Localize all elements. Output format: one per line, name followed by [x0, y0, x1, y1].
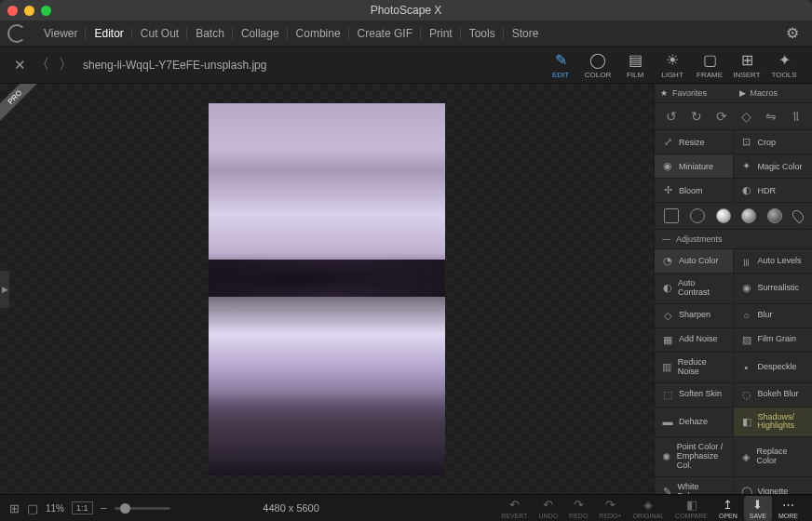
sb-open[interactable]: ↥OPEN: [714, 498, 742, 519]
menu-viewer[interactable]: Viewer: [35, 20, 86, 47]
zoom-percent[interactable]: 11%: [46, 503, 64, 514]
mode-tab-frame[interactable]: ▢FRAME: [691, 47, 728, 83]
sharpen-icon: ◇: [661, 310, 674, 322]
original-icon: ◈: [643, 498, 653, 512]
prev-file-icon[interactable]: 〈: [31, 56, 54, 73]
mode-tab-film[interactable]: ▤FILM: [616, 47, 654, 83]
magic-color-icon: ✦: [740, 160, 753, 172]
menu-collage[interactable]: Collage: [233, 20, 288, 47]
preset-square[interactable]: [664, 208, 679, 223]
tool-resize[interactable]: ⤢Resize: [655, 130, 734, 154]
menu-print[interactable]: Print: [421, 20, 461, 47]
preset-circle-1[interactable]: [690, 208, 705, 223]
adj-surrealistic[interactable]: ◉Surrealistic: [734, 274, 813, 304]
flip-v-icon[interactable]: ⥮: [791, 109, 802, 124]
rotate-angle-icon[interactable]: ⟳: [716, 109, 727, 124]
adj-add-noise[interactable]: ▦Add Noise: [655, 328, 734, 353]
menu-create-gif[interactable]: Create GIF: [349, 20, 421, 47]
mode-tab-light[interactable]: ☀LIGHT: [654, 47, 691, 83]
adj-dehaze[interactable]: ▬Dehaze: [655, 407, 734, 438]
app-title: PhotoScape X: [0, 4, 812, 17]
favorites-tab[interactable]: ★Favorites: [655, 84, 734, 102]
mode-tab-edit[interactable]: ✎EDIT: [542, 47, 579, 83]
tool-magic-color[interactable]: ✦Magic Color: [734, 154, 813, 179]
adj-film-grain[interactable]: ▨Film Grain: [734, 328, 813, 353]
sb-redo[interactable]: ↷REDO: [564, 498, 592, 519]
adj-bokeh-blur[interactable]: ◌Bokeh Blur: [734, 383, 813, 407]
white-balance-icon: ✎: [661, 486, 673, 494]
adj-auto-contrast[interactable]: ◐Auto Contrast: [655, 274, 734, 304]
preset-drop[interactable]: [791, 208, 806, 224]
menu-editor[interactable]: Editor: [86, 20, 131, 47]
rotate-left-icon[interactable]: ↺: [666, 109, 677, 124]
adj-reduce-noise[interactable]: ▥Reduce Noise: [655, 353, 734, 383]
adj-replace-color[interactable]: ◈Replace Color: [734, 437, 813, 477]
film-grain-icon: ▨: [740, 334, 753, 346]
edited-image[interactable]: [209, 103, 445, 475]
menu-cut-out[interactable]: Cut Out: [132, 20, 187, 47]
revert-icon: ↶: [509, 498, 520, 512]
tool-miniature[interactable]: ◉Miniature: [655, 154, 734, 179]
tool-crop[interactable]: ⊡Crop: [734, 130, 813, 154]
panel-expand-handle[interactable]: ▶: [0, 271, 9, 308]
zoom-out-icon[interactable]: −: [101, 501, 108, 515]
minimize-window[interactable]: [24, 6, 34, 16]
window-controls: [7, 6, 51, 16]
adj-auto-color[interactable]: ◔Auto Color: [655, 249, 734, 274]
maximize-window[interactable]: [41, 6, 51, 16]
fit-icon[interactable]: ▢: [27, 501, 38, 515]
mode-tab-tools[interactable]: ✦TOOLS: [765, 47, 803, 83]
preset-circle-4[interactable]: [767, 208, 782, 223]
adj-blur[interactable]: ○Blur: [734, 304, 813, 328]
shadows-highlights-icon: ◧: [740, 416, 753, 428]
zoom-ratio[interactable]: 1:1: [72, 501, 93, 514]
more-icon: ⋯: [782, 498, 794, 512]
next-file-icon[interactable]: 〉: [54, 56, 77, 73]
menu-batch[interactable]: Batch: [187, 20, 233, 47]
close-file-icon[interactable]: ✕: [9, 57, 31, 73]
straighten-icon[interactable]: ◇: [741, 109, 751, 124]
auto-color-icon: ◔: [661, 255, 674, 267]
canvas-area[interactable]: ▶: [0, 84, 654, 494]
macros-tab[interactable]: ▶Macros: [734, 84, 813, 102]
menu-store[interactable]: Store: [504, 20, 548, 47]
flip-h-icon[interactable]: ⇋: [765, 109, 777, 124]
light-icon: ☀: [666, 51, 679, 69]
adjustments-header[interactable]: —Adjustments: [655, 230, 812, 249]
adj-soften-skin[interactable]: ⬚Soften Skin: [655, 383, 734, 407]
menu-combine[interactable]: Combine: [288, 20, 349, 47]
tool-hdr[interactable]: ◐HDR: [734, 179, 813, 203]
close-window[interactable]: [7, 6, 18, 16]
sb-compare[interactable]: ◧COMPARE: [670, 498, 712, 519]
preset-circle-2[interactable]: [716, 208, 731, 223]
sb-save[interactable]: ⬇SAVE: [744, 496, 772, 521]
adj-auto-levels[interactable]: ⫼Auto Levels: [734, 249, 813, 274]
sb-original[interactable]: ◈ORIGINAL: [629, 498, 669, 519]
adj-sharpen[interactable]: ◇Sharpen: [655, 304, 734, 328]
sb-revert[interactable]: ↶REVERT: [496, 498, 532, 519]
vignette-icon: ◯: [740, 486, 753, 494]
sb-more[interactable]: ⋯MORE: [774, 498, 803, 519]
preset-circle-3[interactable]: [741, 208, 756, 223]
sb-undo[interactable]: ↶UNDO: [534, 498, 562, 519]
zoom-slider[interactable]: [115, 507, 170, 510]
adj-vignette[interactable]: ◯Vignette: [734, 477, 813, 494]
menu-tools[interactable]: Tools: [461, 20, 504, 47]
adj-despeckle[interactable]: ▪Despeckle: [734, 353, 813, 383]
adj-point-color-emphasize-col-[interactable]: ✺Point Color / Emphasize Col.: [655, 437, 734, 477]
mode-tab-color[interactable]: ◯COLOR: [579, 47, 616, 83]
sb-redo+[interactable]: ↷REDO+: [594, 498, 626, 519]
redo-icon: ↷: [574, 498, 584, 512]
filename-label: sheng-li-WqqL-Y7EeFE-unsplash.jpg: [83, 59, 266, 72]
grid-icon[interactable]: ⊞: [9, 501, 20, 515]
mode-tab-insert[interactable]: ⊞INSERT: [728, 47, 765, 83]
tool-bloom[interactable]: ✢Bloom: [655, 179, 734, 203]
settings-gear-icon[interactable]: ⚙: [780, 24, 805, 42]
adj-white-balance[interactable]: ✎White Balance: [655, 477, 734, 494]
surrealistic-icon: ◉: [740, 282, 753, 294]
adj-shadows-highlights[interactable]: ◧Shadows/ Highlights: [734, 407, 813, 438]
resize-icon: ⤢: [661, 136, 674, 148]
rotate-right-icon[interactable]: ↻: [691, 109, 702, 124]
play-icon: ▶: [739, 88, 746, 98]
app-logo-icon[interactable]: [7, 24, 26, 43]
